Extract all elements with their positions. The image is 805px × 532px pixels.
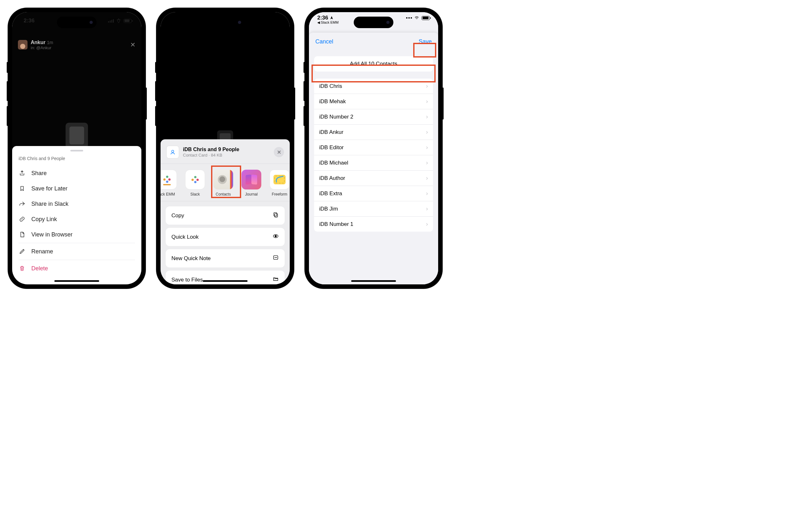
share-row[interactable]: Share <box>12 166 141 181</box>
link-icon <box>19 216 25 223</box>
svg-rect-6 <box>194 176 196 178</box>
wifi-icon <box>414 16 420 20</box>
svg-rect-9 <box>275 214 278 217</box>
contact-row[interactable]: iDB Michael› <box>314 155 433 171</box>
eye-icon <box>273 233 279 241</box>
quicknote-icon <box>273 254 279 262</box>
save-later-row[interactable]: Save for Later <box>12 181 141 196</box>
save-files-action[interactable]: Save to Files <box>166 271 285 284</box>
svg-rect-8 <box>194 181 196 183</box>
svg-rect-2 <box>166 176 168 178</box>
app-slack[interactable]: Slack <box>184 170 206 196</box>
share-title: iDB Chris and 9 People <box>183 146 270 153</box>
forward-icon <box>19 200 25 207</box>
sheet-file-title: iDB Chris and 9 People <box>12 155 141 166</box>
contacts-list: iDB Chris› iDB Mehak› iDB Number 2› iDB … <box>314 79 433 232</box>
save-button[interactable]: Save <box>419 38 432 45</box>
msg-time: 1m <box>47 40 53 45</box>
dynamic-island <box>205 17 245 28</box>
app-slack-emm[interactable]: ack EMM <box>161 170 178 196</box>
action-sheet: iDB Chris and 9 People Share Save for La… <box>12 146 141 284</box>
slack-icon <box>185 170 205 189</box>
svg-rect-5 <box>191 178 194 181</box>
copy-action[interactable]: Copy <box>166 206 285 225</box>
phone-3: 2:36 ◀ Slack EMM Cancel Save Add All 10 … <box>305 8 443 289</box>
share-subtitle: Contact Card · 84 KB <box>183 153 270 158</box>
contact-card-icon <box>166 146 179 158</box>
add-all-contacts-button[interactable]: Add All 10 Contacts <box>314 56 433 72</box>
grabber[interactable] <box>70 150 83 151</box>
contact-row[interactable]: iDB Jim› <box>314 201 433 217</box>
chevron-right-icon: › <box>426 206 428 212</box>
phone-2: iDB Chris and 9 People Contact Card · 84… <box>156 8 294 289</box>
home-indicator[interactable] <box>351 280 396 282</box>
contact-row[interactable]: iDB Chris› <box>314 79 433 94</box>
phone-1: 2:36 Ankur 1m in: @Ankur ✕ ‹ vCard File … <box>8 8 146 289</box>
chevron-right-icon: › <box>426 175 428 182</box>
file-icon <box>66 123 88 148</box>
rename-row[interactable]: Rename <box>12 244 141 259</box>
chevron-right-icon: › <box>426 113 428 120</box>
user-name: Ankur <box>31 40 45 45</box>
contact-row[interactable]: iDB Number 2› <box>314 109 433 125</box>
share-icon <box>19 170 25 177</box>
pencil-icon <box>19 248 25 255</box>
close-share-button[interactable]: ✕ <box>274 147 284 157</box>
close-icon[interactable]: ✕ <box>130 41 135 49</box>
share-sheet: iDB Chris and 9 People Contact Card · 84… <box>161 139 290 284</box>
quicklook-action[interactable]: Quick Look <box>166 228 285 246</box>
avatar <box>18 40 28 50</box>
contacts-import-sheet: Cancel Save Add All 10 Contacts iDB Chri… <box>309 33 438 284</box>
battery-icon <box>422 16 430 20</box>
chevron-right-icon: › <box>426 144 428 151</box>
trash-icon <box>19 265 25 272</box>
svg-rect-10 <box>274 212 277 216</box>
chevron-right-icon: › <box>426 159 428 166</box>
freeform-icon <box>270 170 290 189</box>
svg-rect-4 <box>166 180 168 183</box>
contact-row[interactable]: iDB Author› <box>314 171 433 186</box>
app-journal[interactable]: Journal <box>240 170 262 196</box>
svg-point-0 <box>172 150 174 152</box>
cancel-button[interactable]: Cancel <box>315 38 333 45</box>
delete-row[interactable]: Delete <box>12 261 141 276</box>
folder-icon <box>273 276 279 284</box>
contact-row[interactable]: iDB Mehak› <box>314 94 433 109</box>
chevron-right-icon: › <box>426 98 428 105</box>
view-browser-row[interactable]: View in Browser <box>12 227 141 242</box>
contact-row[interactable]: iDB Ankur› <box>314 125 433 140</box>
home-indicator[interactable] <box>203 280 248 282</box>
dynamic-island <box>57 17 96 28</box>
svg-rect-7 <box>196 178 199 181</box>
document-icon <box>19 231 25 238</box>
status-time: 2:36 <box>24 18 35 24</box>
share-apps-row[interactable]: ack EMM Slack Contacts Journal <box>161 164 290 201</box>
chevron-right-icon: › <box>426 221 428 228</box>
svg-rect-1 <box>163 178 166 180</box>
contact-row[interactable]: iDB Extra› <box>314 186 433 201</box>
home-indicator[interactable] <box>54 280 99 282</box>
dynamic-island <box>354 17 394 28</box>
status-time: 2:36 <box>317 15 328 21</box>
svg-rect-3 <box>168 178 170 180</box>
contact-row[interactable]: iDB Number 1› <box>314 217 433 232</box>
share-slack-row[interactable]: Share in Slack <box>12 196 141 211</box>
chevron-right-icon: › <box>426 190 428 197</box>
chevron-right-icon: › <box>426 83 428 90</box>
status-dots-icon <box>406 17 412 19</box>
journal-icon <box>241 170 261 189</box>
svg-point-12 <box>275 235 277 237</box>
app-contacts[interactable]: Contacts <box>212 170 234 196</box>
slack-emm-icon <box>161 170 177 189</box>
app-freeform[interactable]: Freeform <box>269 170 290 196</box>
new-quicknote-action[interactable]: New Quick Note <box>166 249 285 267</box>
bookmark-icon <box>19 185 25 192</box>
channel-sub: in: @Ankur <box>31 45 53 51</box>
copy-link-row[interactable]: Copy Link <box>12 211 141 227</box>
contact-row[interactable]: iDB Editor› <box>314 140 433 155</box>
contacts-app-icon <box>213 170 233 189</box>
copy-icon <box>273 211 279 220</box>
chevron-right-icon: › <box>426 129 428 135</box>
file-header: Ankur 1m in: @Ankur ✕ <box>12 36 141 54</box>
